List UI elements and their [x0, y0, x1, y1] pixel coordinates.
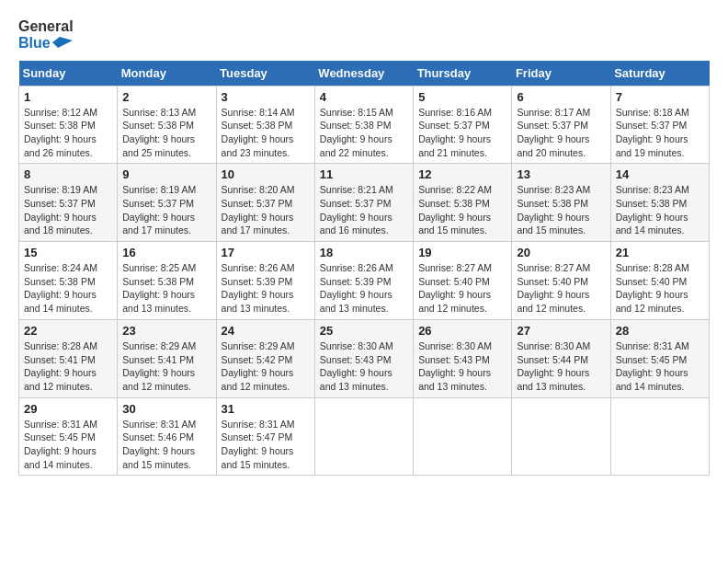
day-number: 15 [24, 246, 112, 259]
cell-info: Sunrise: 8:30 AMSunset: 5:44 PMDaylight:… [517, 339, 605, 394]
cell-info: Sunrise: 8:21 AMSunset: 5:37 PMDaylight:… [320, 183, 408, 237]
calendar-cell [610, 397, 709, 476]
day-number: 2 [122, 90, 210, 104]
calendar-cell: 17Sunrise: 8:26 AMSunset: 5:39 PMDayligh… [216, 242, 314, 320]
cell-info: Sunrise: 8:27 AMSunset: 5:40 PMDaylight:… [418, 261, 506, 316]
calendar-cell: 30Sunrise: 8:31 AMSunset: 5:46 PMDayligh… [118, 397, 216, 476]
calendar-cell: 8Sunrise: 8:19 AMSunset: 5:37 PMDaylight… [19, 164, 118, 242]
cell-info: Sunrise: 8:17 AMSunset: 5:37 PMDaylight:… [517, 106, 605, 160]
cell-info: Sunrise: 8:14 AMSunset: 5:38 PMDaylight:… [222, 106, 310, 160]
day-number: 29 [24, 402, 112, 416]
day-number: 19 [418, 246, 506, 259]
calendar-week-1: 1Sunrise: 8:12 AMSunset: 5:38 PMDaylight… [19, 86, 710, 164]
calendar-cell: 5Sunrise: 8:16 AMSunset: 5:37 PMDaylight… [414, 86, 512, 164]
day-number: 8 [24, 167, 112, 181]
calendar-cell: 28Sunrise: 8:31 AMSunset: 5:45 PMDayligh… [610, 319, 709, 397]
day-number: 5 [418, 90, 506, 104]
cell-info: Sunrise: 8:26 AMSunset: 5:39 PMDaylight:… [222, 261, 310, 316]
logo-text: General Blue [18, 18, 74, 52]
day-number: 12 [418, 167, 506, 181]
cell-info: Sunrise: 8:30 AMSunset: 5:43 PMDaylight:… [320, 339, 408, 394]
day-number: 23 [122, 324, 210, 338]
cell-info: Sunrise: 8:31 AMSunset: 5:46 PMDaylight:… [122, 418, 210, 472]
header-wednesday: Wednesday [314, 61, 413, 86]
cell-info: Sunrise: 8:28 AMSunset: 5:41 PMDaylight:… [24, 339, 112, 394]
calendar-week-5: 29Sunrise: 8:31 AMSunset: 5:45 PMDayligh… [19, 397, 710, 476]
day-number: 26 [418, 324, 506, 338]
cell-info: Sunrise: 8:29 AMSunset: 5:42 PMDaylight:… [222, 339, 310, 394]
cell-info: Sunrise: 8:24 AMSunset: 5:38 PMDaylight:… [24, 261, 112, 316]
day-number: 28 [616, 324, 704, 338]
svg-marker-0 [52, 37, 73, 48]
calendar-cell [314, 397, 413, 476]
calendar-header-row: SundayMondayTuesdayWednesdayThursdayFrid… [19, 61, 710, 86]
cell-info: Sunrise: 8:26 AMSunset: 5:39 PMDaylight:… [320, 261, 408, 316]
day-number: 22 [24, 324, 112, 338]
calendar-cell: 25Sunrise: 8:30 AMSunset: 5:43 PMDayligh… [314, 319, 413, 397]
calendar-cell: 7Sunrise: 8:18 AMSunset: 5:37 PMDaylight… [610, 86, 709, 164]
day-number: 6 [517, 90, 605, 104]
calendar-table: SundayMondayTuesdayWednesdayThursdayFrid… [18, 61, 710, 477]
calendar-cell: 29Sunrise: 8:31 AMSunset: 5:45 PMDayligh… [19, 397, 118, 476]
calendar-cell: 3Sunrise: 8:14 AMSunset: 5:38 PMDaylight… [216, 86, 314, 164]
day-number: 11 [320, 167, 408, 181]
cell-info: Sunrise: 8:23 AMSunset: 5:38 PMDaylight:… [517, 183, 605, 237]
day-number: 17 [222, 246, 310, 259]
cell-info: Sunrise: 8:30 AMSunset: 5:43 PMDaylight:… [418, 339, 506, 394]
day-number: 31 [222, 402, 310, 416]
logo-general: General [18, 18, 74, 35]
cell-info: Sunrise: 8:12 AMSunset: 5:38 PMDaylight:… [24, 106, 112, 160]
header-tuesday: Tuesday [216, 61, 314, 86]
header-thursday: Thursday [414, 61, 512, 86]
calendar-cell: 9Sunrise: 8:19 AMSunset: 5:37 PMDaylight… [118, 164, 216, 242]
logo-bird-icon [52, 35, 73, 52]
cell-info: Sunrise: 8:31 AMSunset: 5:45 PMDaylight:… [616, 339, 704, 394]
calendar-cell: 14Sunrise: 8:23 AMSunset: 5:38 PMDayligh… [610, 164, 709, 242]
cell-info: Sunrise: 8:28 AMSunset: 5:40 PMDaylight:… [616, 261, 704, 316]
calendar-cell: 27Sunrise: 8:30 AMSunset: 5:44 PMDayligh… [512, 319, 610, 397]
logo: General Blue [18, 18, 74, 52]
cell-info: Sunrise: 8:19 AMSunset: 5:37 PMDaylight:… [122, 183, 210, 237]
header-friday: Friday [512, 61, 610, 86]
day-number: 30 [122, 402, 210, 416]
cell-info: Sunrise: 8:29 AMSunset: 5:41 PMDaylight:… [122, 339, 210, 394]
calendar-cell: 1Sunrise: 8:12 AMSunset: 5:38 PMDaylight… [19, 86, 118, 164]
page-header: General Blue [18, 18, 710, 52]
calendar-cell: 6Sunrise: 8:17 AMSunset: 5:37 PMDaylight… [512, 86, 610, 164]
cell-info: Sunrise: 8:23 AMSunset: 5:38 PMDaylight:… [616, 183, 704, 237]
cell-info: Sunrise: 8:19 AMSunset: 5:37 PMDaylight:… [24, 183, 112, 237]
day-number: 9 [122, 167, 210, 181]
calendar-cell: 12Sunrise: 8:22 AMSunset: 5:38 PMDayligh… [414, 164, 512, 242]
calendar-cell: 26Sunrise: 8:30 AMSunset: 5:43 PMDayligh… [414, 319, 512, 397]
calendar-cell: 4Sunrise: 8:15 AMSunset: 5:38 PMDaylight… [314, 86, 413, 164]
day-number: 27 [517, 324, 605, 338]
calendar-week-2: 8Sunrise: 8:19 AMSunset: 5:37 PMDaylight… [19, 164, 710, 242]
calendar-cell: 18Sunrise: 8:26 AMSunset: 5:39 PMDayligh… [314, 242, 413, 320]
cell-info: Sunrise: 8:20 AMSunset: 5:37 PMDaylight:… [222, 183, 310, 237]
cell-info: Sunrise: 8:31 AMSunset: 5:45 PMDaylight:… [24, 418, 112, 472]
calendar-cell: 19Sunrise: 8:27 AMSunset: 5:40 PMDayligh… [414, 242, 512, 320]
cell-info: Sunrise: 8:27 AMSunset: 5:40 PMDaylight:… [517, 261, 605, 316]
calendar-cell: 23Sunrise: 8:29 AMSunset: 5:41 PMDayligh… [118, 319, 216, 397]
day-number: 16 [122, 246, 210, 259]
calendar-cell: 10Sunrise: 8:20 AMSunset: 5:37 PMDayligh… [216, 164, 314, 242]
cell-info: Sunrise: 8:31 AMSunset: 5:47 PMDaylight:… [222, 418, 310, 472]
calendar-week-4: 22Sunrise: 8:28 AMSunset: 5:41 PMDayligh… [19, 319, 710, 397]
day-number: 13 [517, 167, 605, 181]
calendar-cell: 16Sunrise: 8:25 AMSunset: 5:38 PMDayligh… [118, 242, 216, 320]
calendar-cell: 13Sunrise: 8:23 AMSunset: 5:38 PMDayligh… [512, 164, 610, 242]
cell-info: Sunrise: 8:18 AMSunset: 5:37 PMDaylight:… [616, 106, 704, 160]
day-number: 25 [320, 324, 408, 338]
calendar-cell: 20Sunrise: 8:27 AMSunset: 5:40 PMDayligh… [512, 242, 610, 320]
header-monday: Monday [118, 61, 216, 86]
day-number: 21 [616, 246, 704, 259]
calendar-cell: 21Sunrise: 8:28 AMSunset: 5:40 PMDayligh… [610, 242, 709, 320]
logo-blue: Blue [18, 35, 74, 52]
calendar-cell: 2Sunrise: 8:13 AMSunset: 5:38 PMDaylight… [118, 86, 216, 164]
day-number: 18 [320, 246, 408, 259]
calendar-week-3: 15Sunrise: 8:24 AMSunset: 5:38 PMDayligh… [19, 242, 710, 320]
calendar-cell [512, 397, 610, 476]
calendar-cell: 24Sunrise: 8:29 AMSunset: 5:42 PMDayligh… [216, 319, 314, 397]
calendar-cell: 22Sunrise: 8:28 AMSunset: 5:41 PMDayligh… [19, 319, 118, 397]
header-sunday: Sunday [19, 61, 118, 86]
